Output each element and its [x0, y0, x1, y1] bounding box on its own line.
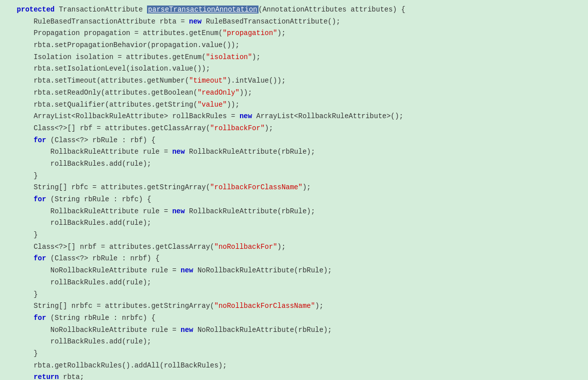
code-token: );: [264, 124, 273, 132]
code-line: String[] nrbfc = attributes.getStringArr…: [0, 300, 588, 312]
code-token: new: [180, 266, 193, 274]
code-token: }: [0, 349, 38, 357]
code-token: );: [302, 183, 311, 191]
code-token: "rollbackForClassName": [210, 183, 302, 191]
code-line: }: [0, 348, 588, 360]
code-line: String[] rbfc = attributes.getStringArra…: [0, 182, 588, 194]
code-token: Class<?>[] nrbf = attributes.getClassArr…: [0, 243, 214, 251]
code-token: rbta.setPropagationBehavior(propagation.…: [0, 41, 240, 49]
code-token: RuleBasedTransactionAttribute();: [202, 18, 340, 26]
code-token: RuleBasedTransactionAttribute rbta =: [0, 18, 189, 26]
code-token: Isolation isolation = attributes.getEnum…: [0, 53, 206, 61]
code-line: }: [0, 229, 588, 241]
code-line: RuleBasedTransactionAttribute rbta = new…: [0, 16, 588, 28]
code-token: String[] nrbfc = attributes.getStringArr…: [0, 302, 214, 310]
line-content: }: [0, 230, 38, 241]
code-line: for (Class<?> rbRule : nrbf) {: [0, 253, 588, 265]
code-token: for: [34, 136, 46, 144]
code-line: NoRollbackRuleAttribute rule = new NoRol…: [0, 265, 588, 277]
code-token: String[] rbfc = attributes.getStringArra…: [0, 183, 210, 191]
line-content: for (String rbRule : rbfc) {: [0, 194, 151, 205]
code-token: rbta.setQualifier(attributes.getString(: [0, 101, 198, 109]
code-line: Isolation isolation = attributes.getEnum…: [0, 52, 588, 64]
code-token: Class<?>[] rbf = attributes.getClassArra…: [0, 124, 210, 132]
line-content: String[] rbfc = attributes.getStringArra…: [0, 182, 311, 193]
code-line: for (String rbRule : nrbfc) {: [0, 312, 588, 324]
line-content: RollbackRuleAttribute rule = new Rollbac…: [0, 206, 315, 217]
code-token: (String rbRule : nrbfc) {: [46, 314, 155, 322]
line-content: rbta.setQualifier(attributes.getString("…: [0, 100, 240, 111]
line-content: rbta.getRollbackRules().addAll(rollBackR…: [0, 360, 227, 371]
code-token: [0, 6, 17, 14]
line-content: }: [0, 348, 38, 359]
line-content: Class<?>[] nrbf = attributes.getClassArr…: [0, 242, 286, 253]
code-token: }: [0, 172, 38, 180]
code-token: Propagation propagation = attributes.get…: [0, 29, 222, 37]
code-token: rollBackRules.add(rule);: [0, 160, 151, 168]
code-token: new: [189, 18, 202, 26]
code-line: Class<?>[] nrbf = attributes.getClassArr…: [0, 241, 588, 253]
code-token: NoRollbackRuleAttribute rule =: [0, 326, 180, 334]
code-token: ));: [240, 89, 252, 97]
code-token: RollbackRuleAttribute rule =: [0, 148, 172, 156]
line-content: Isolation isolation = attributes.getEnum…: [0, 52, 260, 63]
code-token: TransactionAttribute: [54, 6, 147, 14]
code-line: for (String rbRule : rbfc) {: [0, 194, 588, 206]
code-token: new: [172, 148, 184, 156]
line-content: RollbackRuleAttribute rule = new Rollbac…: [0, 147, 315, 158]
code-token: (Class<?> rbRule : nrbf) {: [46, 254, 160, 262]
code-token: for: [34, 314, 46, 322]
code-token: "rollbackFor": [210, 124, 264, 132]
code-line: rbta.setIsolationLevel(isolation.value()…: [0, 63, 588, 75]
code-token: );: [252, 53, 260, 61]
code-token: ArrayList<RollbackRuleAttribute> rollBac…: [0, 112, 240, 120]
code-token: "isolation": [206, 53, 252, 61]
code-line: rollBackRules.add(rule);: [0, 158, 588, 170]
line-content: RuleBasedTransactionAttribute rbta = new…: [0, 17, 340, 28]
line-content: rollBackRules.add(rule);: [0, 277, 151, 288]
code-line: for (Class<?> rbRule : rbf) {: [0, 135, 588, 147]
line-content: rbta.setTimeout(attributes.getNumber("ti…: [0, 76, 286, 87]
code-token: NoRollbackRuleAttribute rule =: [0, 266, 180, 274]
code-token: rollBackRules.add(rule);: [0, 337, 151, 345]
line-content: rbta.setPropagationBehavior(propagation.…: [0, 40, 240, 51]
code-token: RollbackRuleAttribute(rbRule);: [185, 207, 315, 215]
code-token: "noRollbackFor": [214, 243, 277, 251]
code-line: ArrayList<RollbackRuleAttribute> rollBac…: [0, 111, 588, 123]
line-content: String[] nrbfc = attributes.getStringArr…: [0, 301, 324, 312]
code-token: for: [34, 195, 46, 203]
line-content: NoRollbackRuleAttribute rule = new NoRol…: [0, 325, 332, 336]
line-content: for (String rbRule : nrbfc) {: [0, 313, 156, 324]
code-line: Class<?>[] rbf = attributes.getClassArra…: [0, 123, 588, 135]
code-token: rollBackRules.add(rule);: [0, 278, 151, 286]
code-token: "noRollbackForClassName": [214, 302, 315, 310]
code-line: rbta.setQualifier(attributes.getString("…: [0, 99, 588, 111]
code-line: rollBackRules.add(rule);: [0, 336, 588, 348]
code-token: new: [240, 112, 252, 120]
line-content: for (Class<?> rbRule : nrbf) {: [0, 253, 160, 264]
code-line: }: [0, 289, 588, 301]
line-content: rollBackRules.add(rule);: [0, 159, 151, 170]
code-token: rollBackRules.add(rule);: [0, 219, 151, 227]
code-line: }: [0, 170, 588, 182]
code-token: (AnnotationAttributes attributes) {: [258, 6, 406, 14]
code-token: rbta;: [59, 373, 84, 380]
code-line: RollbackRuleAttribute rule = new Rollbac…: [0, 206, 588, 218]
code-token: ).intValue());: [227, 77, 286, 85]
code-line: RollbackRuleAttribute rule = new Rollbac…: [0, 146, 588, 158]
code-line: protected TransactionAttribute parseTran…: [0, 4, 588, 16]
code-line: NoRollbackRuleAttribute rule = new NoRol…: [0, 324, 588, 336]
code-token: NoRollbackRuleAttribute(rbRule);: [193, 266, 332, 274]
line-content: rollBackRules.add(rule);: [0, 336, 151, 347]
code-line: rollBackRules.add(rule);: [0, 277, 588, 289]
code-line: rbta.setReadOnly(attributes.getBoolean("…: [0, 87, 588, 99]
code-line: rbta.getRollbackRules().addAll(rollBackR…: [0, 360, 588, 372]
code-token: (Class<?> rbRule : rbf) {: [46, 136, 155, 144]
line-content: rollBackRules.add(rule);: [0, 218, 151, 229]
line-content: }: [0, 171, 38, 182]
code-token: rbta.setTimeout(attributes.getNumber(: [0, 77, 189, 85]
line-content: rbta.setReadOnly(attributes.getBoolean("…: [0, 88, 252, 99]
code-token: return: [34, 373, 58, 380]
code-token: "propagation": [222, 29, 277, 37]
line-content: return rbta;: [0, 372, 84, 380]
